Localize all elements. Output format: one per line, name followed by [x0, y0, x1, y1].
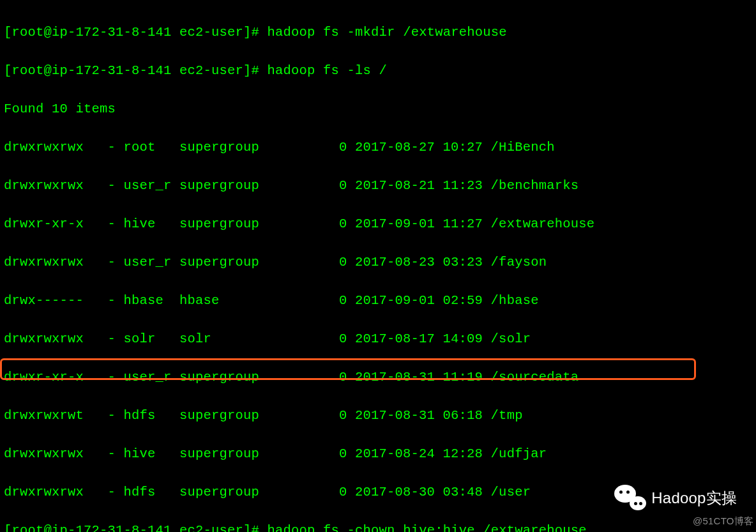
terminal-window[interactable]: [root@ip-172-31-8-141 ec2-user]# hadoop … — [0, 0, 756, 532]
command-line-ls1: [root@ip-172-31-8-141 ec2-user]# hadoop … — [4, 61, 756, 80]
found-header-1: Found 10 items — [4, 100, 756, 119]
cmd-chown-text: hadoop fs -chown hive:hive /extwarehouse — [268, 523, 587, 532]
list1-row: drwxrwxrwx - root supergroup 0 2017-08-2… — [4, 138, 756, 157]
list1-row: drwxrwxrwt - hdfs supergroup 0 2017-08-3… — [4, 406, 756, 425]
wechat-badge: Hadoop实操 — [614, 485, 737, 512]
list1-row: drwxrwxrwx - user_r supergroup 0 2017-08… — [4, 253, 756, 272]
command-line-chown: [root@ip-172-31-8-141 ec2-user]# hadoop … — [4, 521, 756, 532]
list1-row: drwxrwxrwx - solr solr 0 2017-08-17 14:0… — [4, 330, 756, 349]
list1-row: drwxr-xr-x - hive supergroup 0 2017-09-0… — [4, 215, 756, 234]
prompt: [root@ip-172-31-8-141 ec2-user]# — [4, 523, 259, 532]
list1-row: drwxrwxrwx - hive supergroup 0 2017-08-2… — [4, 445, 756, 464]
watermark-text: @51CTO博客 — [693, 512, 753, 531]
list1-row: drwxr-xr-x - user_r supergroup 0 2017-08… — [4, 368, 756, 387]
list1-row: drwxrwxrwx - user_r supergroup 0 2017-08… — [4, 176, 756, 195]
prompt: [root@ip-172-31-8-141 ec2-user]# — [4, 63, 259, 78]
wechat-icon — [614, 485, 647, 512]
list1-row: drwx------ - hbase hbase 0 2017-09-01 02… — [4, 291, 756, 310]
cmd-ls1-text: hadoop fs -ls / — [268, 63, 388, 78]
command-line-mkdir: [root@ip-172-31-8-141 ec2-user]# hadoop … — [4, 23, 756, 42]
badge-text: Hadoop实操 — [651, 489, 737, 508]
prompt: [root@ip-172-31-8-141 ec2-user]# — [4, 25, 259, 40]
cmd-mkdir-text: hadoop fs -mkdir /extwarehouse — [268, 25, 507, 40]
